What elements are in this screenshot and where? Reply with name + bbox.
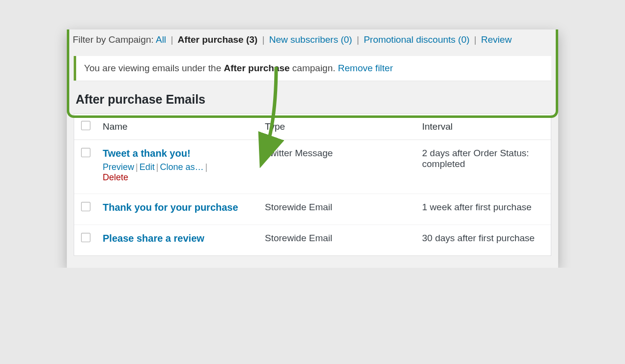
row-checkbox[interactable] [81,233,90,242]
section-title: After purchase Emails [67,81,558,113]
filter-all-link[interactable]: All [156,34,166,45]
table-row: Thank you for your purchase Storewide Em… [74,194,551,225]
filter-new-subscribers-link[interactable]: New subscribers (0) [269,34,352,45]
remove-filter-link[interactable]: Remove filter [338,63,393,73]
email-interval: 1 week after first purchase [422,202,544,214]
row-actions: Preview|Edit|Clone as…|Delete [103,162,255,183]
table-row: Tweet a thank you! Preview|Edit|Clone as… [74,140,551,194]
clone-link[interactable]: Clone as… [160,162,203,172]
delete-link[interactable]: Delete [103,172,128,182]
notice-suffix: campaign. [290,63,338,73]
select-all-checkbox[interactable] [81,121,90,130]
email-interval: 2 days after Order Status: completed [422,148,544,183]
email-type: Storewide Email [265,202,422,214]
preview-link[interactable]: Preview [103,162,134,172]
emails-table: Name Type Interval Tweet a thank you! Pr… [74,113,551,256]
filter-label: Filter by Campaign: [73,34,154,45]
filter-separator: | [357,34,359,45]
row-checkbox[interactable] [81,202,90,211]
filter-promotional-link[interactable]: Promotional discounts (0) [364,34,469,45]
column-header-interval[interactable]: Interval [422,121,544,132]
table-row: Please share a review Storewide Email 30… [74,225,551,255]
filter-separator: | [262,34,264,45]
email-title-link[interactable]: Please share a review [103,233,255,244]
column-header-type[interactable]: Type [265,121,422,132]
edit-link[interactable]: Edit [140,162,155,172]
filter-review-link[interactable]: Review [481,34,511,45]
email-admin-panel: Filter by Campaign: All | After purchase… [67,29,558,268]
filter-notice: You are viewing emails under the After p… [74,56,551,81]
filter-separator: | [474,34,477,45]
filter-current[interactable]: After purchase (3) [178,34,258,45]
email-type: Twitter Message [265,148,422,183]
email-interval: 30 days after first purchase [422,233,544,245]
email-title-link[interactable]: Thank you for your purchase [103,202,255,213]
notice-prefix: You are viewing emails under the [84,63,224,73]
table-header: Name Type Interval [74,114,551,140]
email-title-link[interactable]: Tweet a thank you! [103,148,255,159]
filter-bar: Filter by Campaign: All | After purchase… [67,29,558,50]
filter-separator: | [170,34,173,45]
email-type: Storewide Email [265,233,422,245]
column-header-name[interactable]: Name [103,121,265,132]
notice-campaign-name: After purchase [224,63,289,73]
row-checkbox[interactable] [81,148,90,157]
